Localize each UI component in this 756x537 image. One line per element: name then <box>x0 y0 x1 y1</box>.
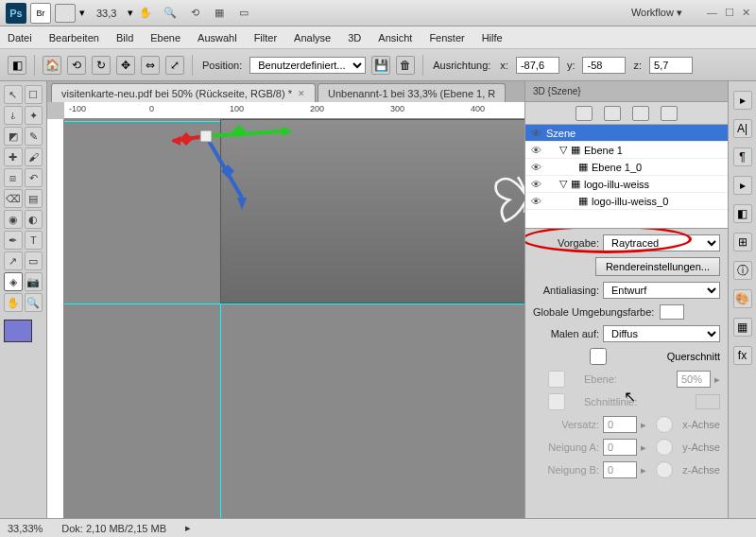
clip-icon[interactable] <box>55 4 76 23</box>
marquee-tool[interactable]: ☐ <box>25 85 43 104</box>
arrange-icon[interactable]: ▦ <box>211 5 228 22</box>
tool-preset-icon[interactable]: ◧ <box>8 56 26 75</box>
ruler-horizontal[interactable]: -100 0 100 200 300 400 <box>64 102 524 119</box>
x-input[interactable] <box>516 57 559 74</box>
rotate-icon[interactable]: ⟲ <box>186 5 203 22</box>
render-settings-button[interactable]: Rendereinstellungen... <box>595 257 720 276</box>
canvas[interactable] <box>64 119 524 518</box>
zoom-status[interactable]: 33,33% <box>8 523 43 534</box>
color-swatch[interactable] <box>4 320 32 342</box>
dodge-tool[interactable]: ◐ <box>25 210 43 229</box>
menu-fenster[interactable]: Fenster <box>429 32 464 43</box>
rotate-3d-icon[interactable]: ⟲ <box>67 56 86 75</box>
menu-filter[interactable]: Filter <box>254 32 277 43</box>
arrow-icon[interactable]: ▸ <box>733 91 752 110</box>
menu-3d[interactable]: 3D <box>348 32 361 43</box>
doc-tab-2[interactable]: Unbenannt-1 bei 33,3% (Ebene 1, R <box>318 83 506 102</box>
z-input[interactable] <box>649 57 693 74</box>
brush-tool[interactable]: 🖌 <box>25 147 43 166</box>
visibility-icon[interactable]: 👁 <box>529 179 542 190</box>
eyedropper-tool[interactable]: ✎ <box>25 127 43 146</box>
photoshop-icon[interactable]: Ps <box>6 3 26 24</box>
zoom-tool[interactable]: 🔍 <box>25 293 43 312</box>
menu-hilfe[interactable]: Hilfe <box>482 32 503 43</box>
visibility-icon[interactable]: 👁 <box>529 128 542 139</box>
antialias-select[interactable]: Entwurf <box>603 282 720 299</box>
doc-tab-1[interactable]: visitenkarte-neu.pdf bei 50% (Rückseite,… <box>51 83 316 102</box>
shape-tool[interactable]: ▭ <box>25 251 43 270</box>
history-brush-tool[interactable]: ↶ <box>25 168 43 187</box>
pan-3d-icon[interactable]: ✥ <box>116 56 135 75</box>
menu-auswahl[interactable]: Auswahl <box>198 32 237 43</box>
scale-3d-icon[interactable]: ⤢ <box>165 56 184 75</box>
close-tab-icon[interactable]: ✕ <box>298 89 305 98</box>
slide-3d-icon[interactable]: ⇔ <box>141 56 160 75</box>
pen-tool[interactable]: ✒ <box>4 231 23 250</box>
visibility-icon[interactable]: 👁 <box>529 196 542 207</box>
doc-size-status[interactable]: Dok: 2,10 MB/2,15 MB <box>61 523 166 534</box>
zoom-level[interactable]: 33,3 <box>96 8 116 19</box>
wand-tool[interactable]: ✦ <box>25 106 43 125</box>
close-icon[interactable]: ✕ <box>742 7 750 19</box>
titlebar: Ps Br ▾ 33,3▾ ✋ 🔍 ⟲ ▦ ▭ Workflow ▾ — ☐ ✕ <box>0 0 756 26</box>
menu-datei[interactable]: Datei <box>8 32 32 43</box>
visibility-icon[interactable]: 👁 <box>529 162 542 173</box>
roll-3d-icon[interactable]: ↻ <box>92 56 111 75</box>
blur-tool[interactable]: ◉ <box>4 210 23 229</box>
filter-scene-icon[interactable] <box>576 106 593 121</box>
layers-panel-icon[interactable]: ◧ <box>733 204 752 223</box>
position-select[interactable]: Benutzerdefiniert... <box>249 57 366 74</box>
stamp-tool[interactable]: ⧇ <box>4 168 23 187</box>
filter-lights-icon[interactable] <box>661 106 678 121</box>
screen-icon[interactable]: ▭ <box>235 5 252 22</box>
maximize-icon[interactable]: ☐ <box>725 7 734 19</box>
type-tool[interactable]: T <box>25 231 43 250</box>
global-color-swatch[interactable] <box>660 304 684 320</box>
menu-analyse[interactable]: Analyse <box>294 32 331 43</box>
neigA-input <box>603 439 637 456</box>
nav-panel-icon[interactable]: ⊞ <box>733 233 752 251</box>
vorgabe-select[interactable]: Raytraced <box>603 234 720 251</box>
character-panel-icon[interactable]: A| <box>733 119 752 138</box>
menu-bearbeiten[interactable]: Bearbeiten <box>49 32 99 43</box>
ruler-vertical[interactable] <box>47 119 64 518</box>
styles-panel-icon[interactable]: fx <box>733 346 752 365</box>
guide-h[interactable] <box>64 303 524 304</box>
scene-tree[interactable]: 👁Szene 👁▽▦ Ebene 1 👁▦ Ebene 1_0 👁▽▦ logo… <box>525 125 728 229</box>
menu-bild[interactable]: Bild <box>116 32 133 43</box>
visibility-icon[interactable]: 👁 <box>529 145 542 156</box>
move-tool[interactable]: ↖ <box>4 85 23 104</box>
querschnitt-check[interactable] <box>533 348 663 365</box>
workspace-switcher[interactable]: Workflow ▾ <box>620 5 694 21</box>
3d-axis-widget[interactable] <box>168 119 301 221</box>
menu-ansicht[interactable]: Ansicht <box>378 32 412 43</box>
crop-tool[interactable]: ◩ <box>4 127 23 146</box>
menu-ebene[interactable]: Ebene <box>150 32 180 43</box>
malen-select[interactable]: Diffus <box>603 325 720 342</box>
3d-object-tool[interactable]: ◈ <box>4 272 23 291</box>
color-panel-icon[interactable]: 🎨 <box>733 289 752 308</box>
y-input[interactable] <box>582 57 626 74</box>
3d-camera-tool[interactable]: 📷 <box>25 272 43 291</box>
save-preset-icon[interactable]: 💾 <box>371 56 390 75</box>
hand-icon[interactable]: ✋ <box>137 5 154 22</box>
minimize-icon[interactable]: — <box>707 7 717 19</box>
zoom-icon[interactable]: 🔍 <box>162 5 179 22</box>
eraser-tool[interactable]: ⌫ <box>4 189 23 208</box>
panel-tab-3d[interactable]: 3D {Szene} <box>525 81 728 102</box>
gradient-tool[interactable]: ▤ <box>25 189 43 208</box>
heal-tool[interactable]: ✚ <box>4 147 23 166</box>
bridge-icon[interactable]: Br <box>30 3 51 24</box>
swatches-panel-icon[interactable]: ▦ <box>733 318 752 337</box>
filter-materials-icon[interactable] <box>632 106 649 121</box>
filter-meshes-icon[interactable] <box>604 106 621 121</box>
home-3d-icon[interactable]: 🏠 <box>43 56 61 75</box>
path-tool[interactable]: ↗ <box>4 251 23 270</box>
paragraph-panel-icon[interactable]: ¶ <box>733 147 752 166</box>
actions-panel-icon[interactable]: ▸ <box>733 176 752 195</box>
delete-preset-icon[interactable]: 🗑 <box>396 56 415 75</box>
lasso-tool[interactable]: ⫰ <box>4 106 23 125</box>
butterfly-graphic <box>484 153 524 238</box>
hand-tool[interactable]: ✋ <box>4 293 23 312</box>
info-panel-icon[interactable]: ⓘ <box>733 261 752 280</box>
